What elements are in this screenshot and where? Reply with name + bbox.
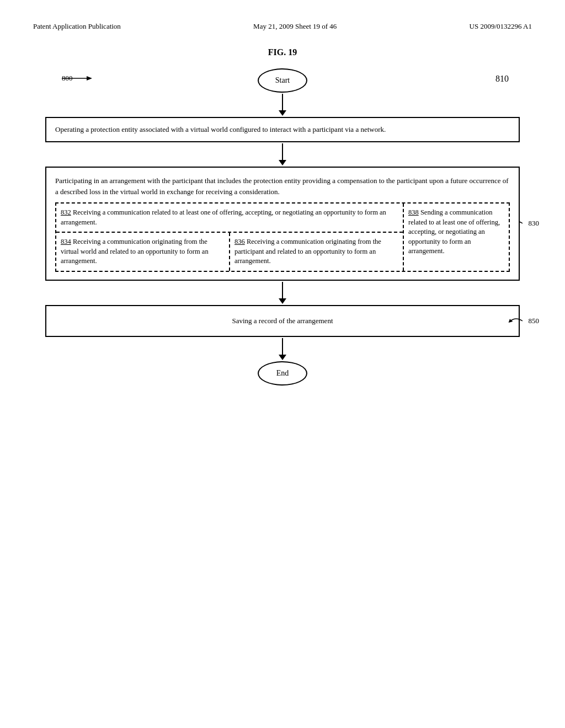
header-center: May 21, 2009 Sheet 19 of 46: [253, 22, 337, 31]
flowchart-diagram: 800 Start 810 Operating a protection ent…: [45, 68, 520, 386]
inner-left-section: 832 Receiving a communication related to…: [56, 204, 404, 271]
node-832: 832 Receiving a communication related to…: [56, 204, 403, 233]
svg-marker-3: [508, 318, 513, 323]
box-810-wrapper: Operating a protection entity associated…: [45, 117, 520, 142]
label-850: 850: [507, 315, 540, 327]
box-850-wrapper: 850 Saving a record of the arrangement: [45, 305, 520, 337]
label-810: 810: [495, 74, 509, 84]
svg-marker-1: [87, 76, 92, 81]
header-right: US 2009/0132296 A1: [470, 22, 532, 31]
arrow-shaft-2: [282, 143, 283, 160]
arrow-head-4: [279, 355, 286, 360]
page: Patent Application Publication May 21, 2…: [0, 0, 565, 728]
arrow-head-3: [279, 298, 286, 304]
end-node: End: [258, 361, 307, 386]
curve-850: [507, 315, 527, 327]
node-834-text: Receiving a communication originating fr…: [61, 238, 209, 265]
end-node-wrapper: End: [45, 361, 520, 386]
node-836: 836 Receiving a communication originatin…: [230, 233, 403, 271]
box-830-intro: Participating in an arrangement with the…: [55, 175, 510, 197]
box-830: Participating in an arrangement with the…: [45, 167, 520, 281]
header-left: Patent Application Publication: [33, 22, 121, 31]
box-810: Operating a protection entity associated…: [45, 117, 520, 142]
start-node: Start: [258, 68, 307, 93]
arrow-shaft-3: [282, 282, 283, 298]
page-header: Patent Application Publication May 21, 2…: [33, 22, 532, 31]
node-838-text: Sending a communication related to at le…: [408, 208, 500, 255]
node-834: 834 Receiving a communication originatin…: [56, 233, 230, 271]
arrow-800: [62, 73, 95, 84]
box-830-wrapper: 830 Participating in an arrangement with…: [45, 167, 520, 281]
node-832-label: 832: [61, 208, 71, 216]
node-836-label: 836: [234, 238, 245, 245]
node-836-text: Receiving a communication originating fr…: [234, 238, 381, 265]
arrow-head-1: [279, 110, 286, 116]
figure-title: FIG. 19: [33, 47, 532, 57]
box-850: Saving a record of the arrangement: [45, 305, 520, 337]
arrow-head-2: [279, 160, 286, 165]
arrow-shaft-1: [282, 94, 283, 110]
node-832-text: Receiving a communication related to at …: [61, 208, 386, 226]
nodes-834-836: 834 Receiving a communication originatin…: [56, 233, 403, 271]
arrow-shaft-4: [282, 338, 283, 355]
node-838: 838 Sending a communication related to a…: [404, 204, 509, 271]
inner-dashed-container: 832 Receiving a communication related to…: [55, 202, 510, 272]
node-838-label: 838: [408, 208, 419, 216]
node-834-label: 834: [61, 238, 71, 245]
